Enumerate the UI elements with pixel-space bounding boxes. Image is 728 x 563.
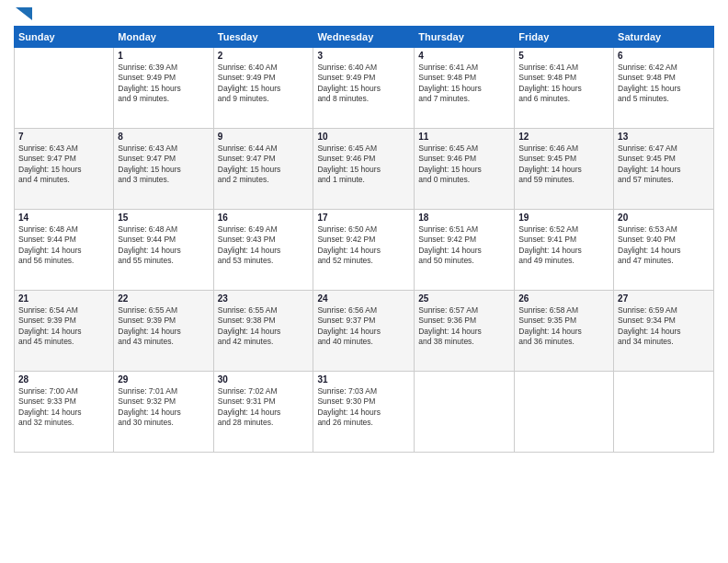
day-number: 20 xyxy=(618,213,710,223)
day-number: 13 xyxy=(618,132,710,142)
calendar-week-row: 7Sunrise: 6:43 AM Sunset: 9:47 PM Daylig… xyxy=(15,129,714,210)
calendar-cell: 8Sunrise: 6:43 AM Sunset: 9:47 PM Daylig… xyxy=(114,129,213,210)
calendar-cell: 14Sunrise: 6:48 AM Sunset: 9:44 PM Dayli… xyxy=(15,210,114,291)
day-info: Sunrise: 6:41 AM Sunset: 9:48 PM Dayligh… xyxy=(518,63,609,105)
calendar-header-row: SundayMondayTuesdayWednesdayThursdayFrid… xyxy=(15,27,714,48)
day-number: 29 xyxy=(118,374,209,385)
day-number: 25 xyxy=(418,293,510,304)
calendar-cell: 7Sunrise: 6:43 AM Sunset: 9:47 PM Daylig… xyxy=(15,129,114,210)
day-info: Sunrise: 6:45 AM Sunset: 9:46 PM Dayligh… xyxy=(418,144,510,186)
calendar-week-row: 1Sunrise: 6:39 AM Sunset: 9:49 PM Daylig… xyxy=(15,48,714,129)
day-info: Sunrise: 6:53 AM Sunset: 9:40 PM Dayligh… xyxy=(618,224,710,267)
day-info: Sunrise: 6:57 AM Sunset: 9:36 PM Dayligh… xyxy=(418,305,510,348)
day-info: Sunrise: 6:43 AM Sunset: 9:47 PM Dayligh… xyxy=(118,144,209,186)
day-info: Sunrise: 7:00 AM Sunset: 9:33 PM Dayligh… xyxy=(18,386,109,429)
calendar-cell: 1Sunrise: 6:39 AM Sunset: 9:49 PM Daylig… xyxy=(114,48,213,129)
day-info: Sunrise: 6:45 AM Sunset: 9:46 PM Dayligh… xyxy=(317,144,410,186)
calendar-cell xyxy=(15,48,114,129)
calendar-cell: 24Sunrise: 6:56 AM Sunset: 9:37 PM Dayli… xyxy=(313,291,415,372)
calendar-header-sunday: Sunday xyxy=(15,27,114,48)
page: SundayMondayTuesdayWednesdayThursdayFrid… xyxy=(0,0,728,563)
calendar-cell: 20Sunrise: 6:53 AM Sunset: 9:40 PM Dayli… xyxy=(614,210,714,291)
calendar-cell xyxy=(515,372,614,453)
calendar-week-row: 28Sunrise: 7:00 AM Sunset: 9:33 PM Dayli… xyxy=(15,372,714,453)
calendar-cell: 15Sunrise: 6:48 AM Sunset: 9:44 PM Dayli… xyxy=(114,210,213,291)
day-info: Sunrise: 6:52 AM Sunset: 9:41 PM Dayligh… xyxy=(518,224,609,267)
day-info: Sunrise: 6:47 AM Sunset: 9:45 PM Dayligh… xyxy=(618,144,710,186)
calendar-cell: 11Sunrise: 6:45 AM Sunset: 9:46 PM Dayli… xyxy=(415,129,515,210)
calendar-cell: 31Sunrise: 7:03 AM Sunset: 9:30 PM Dayli… xyxy=(313,372,415,453)
day-number: 18 xyxy=(418,213,510,223)
day-info: Sunrise: 7:03 AM Sunset: 9:30 PM Dayligh… xyxy=(317,386,410,429)
day-info: Sunrise: 6:50 AM Sunset: 9:42 PM Dayligh… xyxy=(317,224,410,267)
day-info: Sunrise: 6:42 AM Sunset: 9:48 PM Dayligh… xyxy=(618,63,710,105)
calendar-cell: 25Sunrise: 6:57 AM Sunset: 9:36 PM Dayli… xyxy=(415,291,515,372)
calendar-cell: 9Sunrise: 6:44 AM Sunset: 9:47 PM Daylig… xyxy=(213,129,313,210)
day-number: 12 xyxy=(518,132,609,142)
day-info: Sunrise: 6:55 AM Sunset: 9:38 PM Dayligh… xyxy=(218,305,310,348)
calendar-cell: 4Sunrise: 6:41 AM Sunset: 9:48 PM Daylig… xyxy=(415,48,515,129)
calendar-cell: 12Sunrise: 6:46 AM Sunset: 9:45 PM Dayli… xyxy=(515,129,614,210)
day-number: 4 xyxy=(418,51,510,61)
svg-marker-0 xyxy=(16,7,32,20)
day-number: 24 xyxy=(317,293,410,304)
day-info: Sunrise: 6:46 AM Sunset: 9:45 PM Dayligh… xyxy=(518,144,609,186)
calendar-cell xyxy=(614,372,714,453)
day-number: 9 xyxy=(218,132,310,142)
calendar-cell: 19Sunrise: 6:52 AM Sunset: 9:41 PM Dayli… xyxy=(515,210,614,291)
calendar-cell: 18Sunrise: 6:51 AM Sunset: 9:42 PM Dayli… xyxy=(415,210,515,291)
day-info: Sunrise: 6:39 AM Sunset: 9:49 PM Dayligh… xyxy=(118,63,209,105)
calendar-cell: 27Sunrise: 6:59 AM Sunset: 9:34 PM Dayli… xyxy=(614,291,714,372)
day-number: 27 xyxy=(618,293,710,304)
calendar-header-monday: Monday xyxy=(114,27,213,48)
day-info: Sunrise: 6:40 AM Sunset: 9:49 PM Dayligh… xyxy=(218,63,310,105)
calendar-cell: 30Sunrise: 7:02 AM Sunset: 9:31 PM Dayli… xyxy=(213,372,313,453)
logo xyxy=(14,9,32,20)
day-number: 31 xyxy=(317,374,410,385)
calendar-week-row: 21Sunrise: 6:54 AM Sunset: 9:39 PM Dayli… xyxy=(15,291,714,372)
calendar-week-row: 14Sunrise: 6:48 AM Sunset: 9:44 PM Dayli… xyxy=(15,210,714,291)
day-info: Sunrise: 6:51 AM Sunset: 9:42 PM Dayligh… xyxy=(418,224,510,267)
day-number: 22 xyxy=(118,293,209,304)
calendar-header-friday: Friday xyxy=(515,27,614,48)
calendar-cell: 17Sunrise: 6:50 AM Sunset: 9:42 PM Dayli… xyxy=(313,210,415,291)
day-info: Sunrise: 7:01 AM Sunset: 9:32 PM Dayligh… xyxy=(118,386,209,429)
calendar-cell: 21Sunrise: 6:54 AM Sunset: 9:39 PM Dayli… xyxy=(15,291,114,372)
calendar-cell: 29Sunrise: 7:01 AM Sunset: 9:32 PM Dayli… xyxy=(114,372,213,453)
day-number: 7 xyxy=(18,132,109,142)
day-number: 14 xyxy=(18,213,109,223)
day-number: 21 xyxy=(18,293,109,304)
day-info: Sunrise: 6:58 AM Sunset: 9:35 PM Dayligh… xyxy=(518,305,609,348)
day-number: 10 xyxy=(317,132,410,142)
calendar-cell: 3Sunrise: 6:40 AM Sunset: 9:49 PM Daylig… xyxy=(313,48,415,129)
calendar-cell: 5Sunrise: 6:41 AM Sunset: 9:48 PM Daylig… xyxy=(515,48,614,129)
day-info: Sunrise: 6:40 AM Sunset: 9:49 PM Dayligh… xyxy=(317,63,410,105)
day-number: 6 xyxy=(618,51,710,61)
day-info: Sunrise: 6:43 AM Sunset: 9:47 PM Dayligh… xyxy=(18,144,109,186)
day-number: 17 xyxy=(317,213,410,223)
calendar-header-saturday: Saturday xyxy=(614,27,714,48)
header xyxy=(14,9,714,20)
calendar-cell: 6Sunrise: 6:42 AM Sunset: 9:48 PM Daylig… xyxy=(614,48,714,129)
day-info: Sunrise: 6:59 AM Sunset: 9:34 PM Dayligh… xyxy=(618,305,710,348)
day-info: Sunrise: 7:02 AM Sunset: 9:31 PM Dayligh… xyxy=(218,386,310,429)
calendar-cell: 26Sunrise: 6:58 AM Sunset: 9:35 PM Dayli… xyxy=(515,291,614,372)
calendar-header-tuesday: Tuesday xyxy=(213,27,313,48)
day-number: 3 xyxy=(317,51,410,61)
calendar-cell: 22Sunrise: 6:55 AM Sunset: 9:39 PM Dayli… xyxy=(114,291,213,372)
day-info: Sunrise: 6:48 AM Sunset: 9:44 PM Dayligh… xyxy=(18,224,109,267)
day-number: 26 xyxy=(518,293,609,304)
calendar-cell: 2Sunrise: 6:40 AM Sunset: 9:49 PM Daylig… xyxy=(213,48,313,129)
day-info: Sunrise: 6:41 AM Sunset: 9:48 PM Dayligh… xyxy=(418,63,510,105)
calendar-header-thursday: Thursday xyxy=(415,27,515,48)
day-info: Sunrise: 6:54 AM Sunset: 9:39 PM Dayligh… xyxy=(18,305,109,348)
day-number: 5 xyxy=(518,51,609,61)
calendar-cell: 16Sunrise: 6:49 AM Sunset: 9:43 PM Dayli… xyxy=(213,210,313,291)
calendar: SundayMondayTuesdayWednesdayThursdayFrid… xyxy=(14,26,714,453)
day-info: Sunrise: 6:44 AM Sunset: 9:47 PM Dayligh… xyxy=(218,144,310,186)
day-number: 15 xyxy=(118,213,209,223)
day-info: Sunrise: 6:55 AM Sunset: 9:39 PM Dayligh… xyxy=(118,305,209,348)
day-number: 16 xyxy=(218,213,310,223)
day-number: 11 xyxy=(418,132,510,142)
day-info: Sunrise: 6:49 AM Sunset: 9:43 PM Dayligh… xyxy=(218,224,310,267)
